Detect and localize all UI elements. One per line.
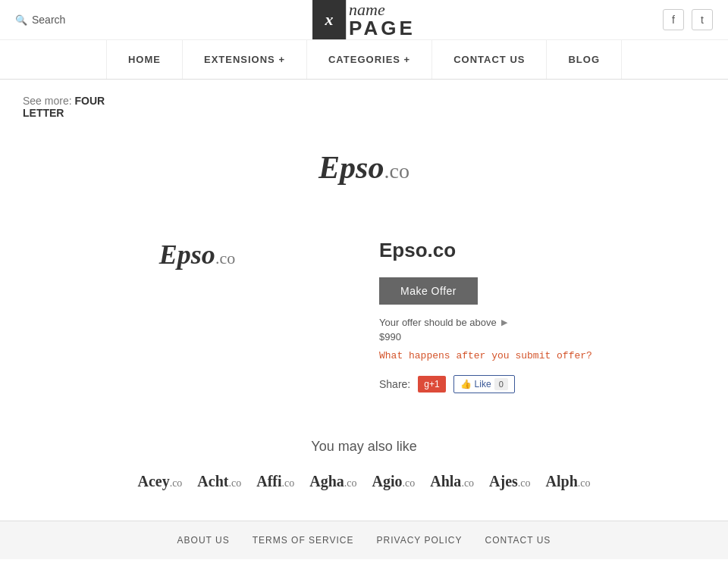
logo-page: PAGE bbox=[349, 18, 416, 38]
similar-title: You may also like bbox=[30, 439, 698, 455]
footer-nav-item[interactable]: TERMS OF SERVICE bbox=[253, 535, 354, 546]
domain-image-area: Epso.co bbox=[46, 231, 349, 393]
search-area[interactable]: 🔍 Search bbox=[15, 14, 65, 26]
similar-item-ext: .co bbox=[170, 477, 183, 489]
share-label: Share: bbox=[379, 378, 410, 390]
google-plus-button[interactable]: g+1 bbox=[418, 376, 445, 393]
logo-icon-box: x bbox=[312, 0, 346, 39]
domain-display: Epso.co bbox=[0, 134, 728, 231]
breadcrumb-line1: FOUR bbox=[74, 95, 105, 107]
offer-hint: Your offer should be above ▶ bbox=[379, 317, 682, 328]
similar-item-name: Acht bbox=[197, 473, 228, 489]
similar-item[interactable]: Ahla.co bbox=[430, 473, 474, 490]
breadcrumb: See more: FOUR LETTER bbox=[0, 80, 728, 134]
nav-item-blog[interactable]: BLOG bbox=[547, 40, 622, 79]
similar-items-list: Acey.coAcht.coAffi.coAgha.coAgio.coAhla.… bbox=[30, 473, 698, 490]
similar-item-name: Affi bbox=[256, 473, 281, 489]
footer-nav-item[interactable]: CONTACT US bbox=[485, 535, 551, 546]
similar-item-ext: .co bbox=[344, 477, 357, 489]
similar-item[interactable]: Acey.co bbox=[137, 473, 182, 490]
similar-item-ext: .co bbox=[578, 477, 591, 489]
site-header: 🔍 Search x name PAGE f t bbox=[0, 0, 728, 40]
similar-item[interactable]: Alph.co bbox=[546, 473, 591, 490]
similar-item-name: Acey bbox=[137, 473, 169, 489]
make-offer-button[interactable]: Make Offer bbox=[379, 277, 478, 305]
offer-arrow-icon: ▶ bbox=[501, 317, 507, 327]
similar-item-name: Agha bbox=[309, 473, 344, 489]
similar-item-ext: .co bbox=[282, 477, 295, 489]
similar-item-name: Ajes bbox=[489, 473, 518, 489]
share-area: Share: g+1 👍 Like 0 bbox=[379, 375, 682, 393]
nav-item-extensions[interactable]: EXTENSIONS + bbox=[183, 40, 307, 79]
offer-hint-text: Your offer should be above bbox=[379, 317, 497, 328]
nav-item-home[interactable]: HOME bbox=[106, 40, 183, 79]
facebook-label: f bbox=[672, 14, 675, 26]
logo-name: name bbox=[349, 2, 416, 18]
logo-text: name PAGE bbox=[349, 2, 416, 38]
similar-item-name: Agio bbox=[372, 473, 403, 489]
similar-item-ext: .co bbox=[228, 477, 241, 489]
footer-copyright: © 2017 Namepage. bbox=[0, 559, 728, 563]
fb-like-label: Like bbox=[475, 379, 491, 389]
similar-item-ext: .co bbox=[518, 477, 531, 489]
domain-ext-large: .co bbox=[384, 159, 409, 183]
similar-item[interactable]: Agha.co bbox=[309, 473, 356, 490]
see-more-label: See more: bbox=[23, 95, 72, 107]
search-label[interactable]: Search bbox=[32, 14, 65, 26]
footer-nav-item[interactable]: ABOUT US bbox=[177, 535, 230, 546]
nav-item-contact[interactable]: CONTACT US bbox=[432, 40, 547, 79]
similar-item[interactable]: Affi.co bbox=[256, 473, 294, 490]
main-nav: HOME EXTENSIONS + CATEGORIES + CONTACT U… bbox=[0, 40, 728, 80]
logo-link[interactable]: x name PAGE bbox=[312, 0, 416, 39]
domain-name-large: Epso bbox=[318, 150, 384, 185]
domain-info-area: Epso.co Make Offer Your offer should be … bbox=[379, 231, 682, 393]
similar-item[interactable]: Agio.co bbox=[372, 473, 416, 490]
domain-title: Epso.co bbox=[379, 239, 682, 262]
facebook-icon[interactable]: f bbox=[663, 9, 684, 30]
similar-item-ext: .co bbox=[461, 477, 474, 489]
similar-item[interactable]: Acht.co bbox=[197, 473, 241, 490]
domain-section: Epso.co Epso.co Make Offer Your offer sh… bbox=[0, 231, 728, 424]
fb-like-icon: 👍 bbox=[460, 379, 472, 389]
logo-icon-char: x bbox=[325, 10, 334, 30]
footer-nav-item[interactable]: PRIVACY POLICY bbox=[377, 535, 463, 546]
logo-area: x name PAGE bbox=[312, 0, 416, 39]
similar-section: You may also like Acey.coAcht.coAffi.coA… bbox=[0, 424, 728, 521]
search-icon: 🔍 bbox=[15, 14, 27, 26]
google-plus-label: g+1 bbox=[424, 379, 439, 389]
twitter-label: t bbox=[701, 14, 704, 26]
domain-img-name: Epso bbox=[159, 239, 215, 270]
similar-item-name: Alph bbox=[546, 473, 578, 489]
domain-image-logo: Epso.co bbox=[159, 239, 235, 271]
similar-item-name: Ahla bbox=[430, 473, 461, 489]
what-happens-link[interactable]: What happens after you submit offer? bbox=[379, 350, 682, 361]
fb-count: 0 bbox=[494, 378, 508, 390]
footer-nav: ABOUT USTERMS OF SERVICEPRIVACY POLICYCO… bbox=[0, 521, 728, 559]
offer-amount: $990 bbox=[379, 331, 682, 342]
breadcrumb-line2: LETTER bbox=[23, 107, 64, 119]
similar-item[interactable]: Ajes.co bbox=[489, 473, 530, 490]
facebook-like-button[interactable]: 👍 Like 0 bbox=[453, 375, 515, 393]
domain-img-ext: .co bbox=[215, 249, 235, 267]
social-icons-area: f t bbox=[663, 9, 713, 30]
domain-logo-large: Epso.co bbox=[318, 149, 410, 186]
similar-item-ext: .co bbox=[403, 477, 416, 489]
twitter-icon[interactable]: t bbox=[692, 9, 713, 30]
nav-item-categories[interactable]: CATEGORIES + bbox=[307, 40, 432, 79]
